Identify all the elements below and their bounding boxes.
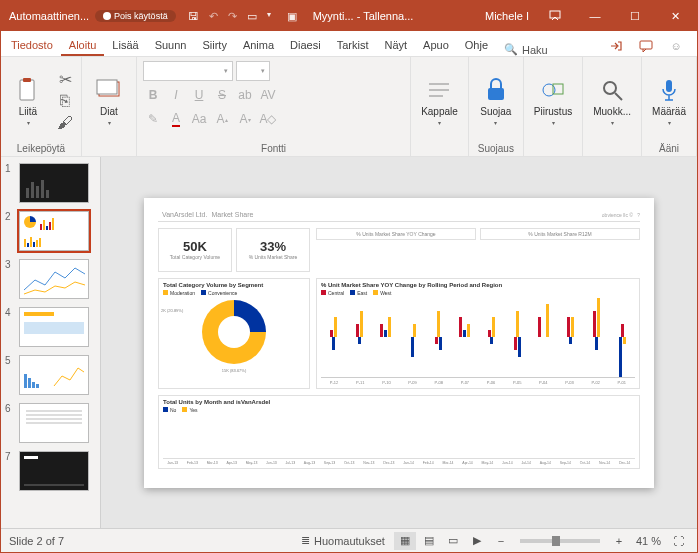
chart-tab-2[interactable]: % Units Market Share R12M	[480, 228, 640, 240]
svg-line-13	[615, 93, 622, 100]
tab-view[interactable]: Näyt	[376, 35, 415, 56]
save-icon[interactable]: 🖫	[188, 10, 199, 23]
highlight-button[interactable]: ✎	[143, 109, 163, 129]
search-icon: 🔍	[504, 43, 518, 56]
zoom-slider[interactable]	[520, 539, 600, 543]
tab-slideshow[interactable]: Diaesi	[282, 35, 329, 56]
bold-button[interactable]: B	[143, 85, 163, 105]
minimize-icon[interactable]: —	[575, 1, 615, 31]
underline-button[interactable]: U	[189, 85, 209, 105]
slide-canvas[interactable]: VanArsdel Ltd.Market Share obvience llc …	[144, 198, 654, 488]
chevron-down-icon: ▾	[552, 119, 555, 126]
chart-yoy: % Unit Market Share YOY Change by Rollin…	[316, 278, 640, 389]
grow-font-button[interactable]: A▴	[212, 109, 232, 129]
document-title: Myynti... - Tallenna...	[301, 10, 426, 22]
change-case-button[interactable]: Aa	[189, 109, 209, 129]
spacing-button[interactable]: AV	[258, 85, 278, 105]
font-size-select[interactable]: ▾	[236, 61, 270, 81]
thumb-7[interactable]: 7	[1, 449, 100, 497]
ribbon-tabs: Tiedosto Aloitu Lisää Suunn Siirty Anima…	[1, 31, 697, 57]
copy-icon[interactable]: ⎘	[55, 91, 75, 111]
zoom-in-button[interactable]: +	[608, 532, 630, 550]
strike-button[interactable]: S	[212, 85, 232, 105]
slide-thumbnails[interactable]: 1 2 3 4 5 6 7	[1, 157, 101, 528]
zoom-out-button[interactable]: −	[490, 532, 512, 550]
slide-editor[interactable]: VanArsdel Ltd.Market Share obvience llc …	[101, 157, 697, 528]
tab-review[interactable]: Tarkist	[329, 35, 377, 56]
paragraph-button[interactable]: Kappale ▾	[417, 74, 462, 128]
autosave-label: Automaattinen...	[3, 10, 95, 22]
maximize-icon[interactable]: ☐	[615, 1, 655, 31]
search-box[interactable]: 🔍Haku	[496, 43, 556, 56]
fit-to-window-icon[interactable]: ⛶	[667, 532, 689, 550]
thumb-4[interactable]: 4	[1, 305, 100, 353]
tab-design[interactable]: Suunn	[147, 35, 195, 56]
font-family-select[interactable]: ▾	[143, 61, 233, 81]
chevron-down-icon: ▾	[611, 119, 614, 126]
font-color-button[interactable]: A	[166, 109, 186, 129]
zoom-level[interactable]: 41 %	[632, 535, 665, 547]
group-font: ▾ ▾ B I U S ab AV ✎ A Aa A▴ A▾ A◇ Fontti	[137, 57, 411, 156]
protect-button[interactable]: Suojaa ▾	[475, 74, 517, 128]
donut-chart	[202, 300, 266, 364]
group-drawing: Piirustus ▾	[524, 57, 583, 156]
workspace: 1 2 3 4 5 6 7 VanArsdel Ltd.Market Share…	[1, 157, 697, 528]
group-editing: Muokk... ▾	[583, 57, 642, 156]
qat-dropdown-icon[interactable]: ▾	[267, 10, 271, 23]
autosave-toggle[interactable]: Pois käytöstä	[95, 10, 176, 22]
shrink-font-button[interactable]: A▾	[235, 109, 255, 129]
status-bar: Slide 2 of 7 ≣Huomautukset ▦ ▤ ▭ ▶ − + 4…	[1, 528, 697, 552]
thumb-6[interactable]: 6	[1, 401, 100, 449]
slides-button[interactable]: Diat ▾	[88, 74, 130, 128]
clear-format-button[interactable]: A◇	[258, 109, 278, 129]
svg-rect-9	[488, 88, 504, 100]
share-button[interactable]	[605, 36, 627, 56]
shadow-button[interactable]: ab	[235, 85, 255, 105]
group-voice: Määrää ▾ Ääni	[642, 57, 697, 156]
svg-rect-14	[666, 80, 672, 92]
slide-title: VanArsdel Ltd.Market Share	[158, 208, 253, 219]
slide-indicator[interactable]: Slide 2 of 7	[9, 535, 294, 547]
tab-help[interactable]: Ohje	[457, 35, 496, 56]
drawing-button[interactable]: Piirustus ▾	[530, 74, 576, 128]
redo-icon[interactable]: ↷	[228, 10, 237, 23]
thumb-5[interactable]: 5	[1, 353, 100, 401]
tab-home[interactable]: Aloitu	[61, 35, 105, 56]
cut-icon[interactable]: ✂	[55, 69, 75, 89]
tab-insert[interactable]: Lisää	[104, 35, 146, 56]
close-icon[interactable]: ✕	[655, 1, 695, 31]
ribbon-options-icon[interactable]	[535, 1, 575, 31]
svg-rect-1	[640, 41, 652, 49]
comments-button[interactable]	[635, 36, 657, 56]
titlebar: Automaattinen... Pois käytöstä 🖫 ↶ ↷ ▭ ▾…	[1, 1, 697, 31]
editing-button[interactable]: Muokk... ▾	[589, 74, 635, 128]
chart-tab-1[interactable]: % Units Market Share YOY Change	[316, 228, 476, 240]
tab-transitions[interactable]: Siirty	[194, 35, 234, 56]
thumb-1[interactable]: 1	[1, 161, 100, 209]
user-name[interactable]: Michele I	[425, 10, 535, 22]
svg-rect-3	[23, 78, 31, 82]
format-painter-icon[interactable]: 🖌	[55, 113, 75, 133]
svg-rect-5	[97, 80, 117, 94]
dictate-button[interactable]: Määrää ▾	[648, 74, 690, 128]
undo-icon[interactable]: ↶	[209, 10, 218, 23]
metric-share: 33%% Units Market Share	[236, 228, 310, 272]
thumb-3[interactable]: 3	[1, 257, 100, 305]
view-slideshow-icon[interactable]: ▶	[466, 532, 488, 550]
view-sorter-icon[interactable]: ▤	[418, 532, 440, 550]
thumb-2[interactable]: 2	[1, 209, 100, 257]
start-slideshow-icon[interactable]: ▭	[247, 10, 257, 23]
smiley-button[interactable]: ☺	[665, 36, 687, 56]
tab-animations[interactable]: Anima	[235, 35, 282, 56]
quick-access-toolbar: 🖫 ↶ ↷ ▭ ▾	[176, 10, 283, 23]
tab-file[interactable]: Tiedosto	[3, 35, 61, 56]
view-reading-icon[interactable]: ▭	[442, 532, 464, 550]
paste-button[interactable]: Liitä ▾	[7, 74, 49, 128]
notes-button[interactable]: ≣Huomautukset	[294, 532, 392, 550]
chart-segment: Total Category Volume by Segment Moderat…	[158, 278, 310, 389]
view-normal-icon[interactable]: ▦	[394, 532, 416, 550]
metric-volume: 50KTotal Category Volume	[158, 228, 232, 272]
tab-addins[interactable]: Apuo	[415, 35, 457, 56]
italic-button[interactable]: I	[166, 85, 186, 105]
group-clipboard: Liitä ▾ ✂ ⎘ 🖌 Leikepöytä	[1, 57, 82, 156]
